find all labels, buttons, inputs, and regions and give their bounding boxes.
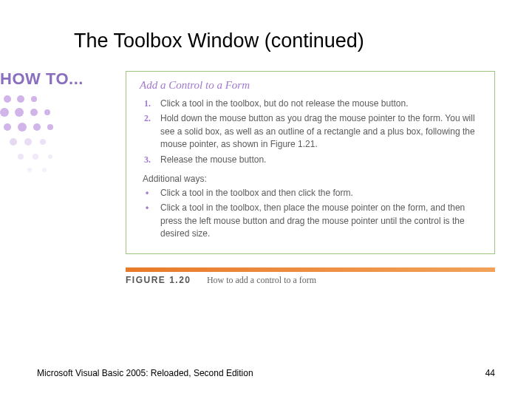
svg-point-13 [40, 139, 46, 145]
steps-list: Click a tool in the toolbox, but do not … [144, 98, 481, 166]
slide-title: The Toolbox Window (continued) [74, 30, 495, 52]
bullets-list: Click a tool in the toolbox and then cli… [144, 187, 481, 241]
howto-panel-wrap: HOW TO... Add a Control to a Form Click … [30, 71, 495, 286]
svg-point-18 [42, 168, 47, 172]
figure-bar: FIGURE 1.20 How to add a control to a fo… [126, 267, 495, 286]
step-item: Release the mouse button. [144, 154, 481, 166]
svg-point-17 [27, 168, 32, 172]
page-number: 44 [485, 368, 495, 378]
svg-point-6 [44, 109, 50, 115]
figure-line: FIGURE 1.20 How to add a control to a fo… [126, 275, 495, 286]
bullet-item: Click a tool in the toolbox, then place … [144, 202, 481, 240]
figure-label: FIGURE 1.20 [126, 275, 191, 285]
howto-label: HOW TO... [0, 69, 129, 89]
step-item: Hold down the mouse button as you drag t… [144, 112, 481, 151]
svg-point-14 [18, 154, 24, 160]
svg-point-15 [33, 154, 38, 160]
figure-caption: How to add a control to a form [207, 275, 316, 285]
svg-point-10 [47, 124, 53, 130]
svg-point-0 [4, 95, 11, 103]
footer-text: Microsoft Visual Basic 2005: Reloaded, S… [37, 368, 253, 378]
svg-point-4 [15, 108, 24, 117]
svg-point-11 [10, 138, 17, 146]
svg-point-7 [4, 123, 11, 131]
figure-divider [126, 267, 495, 272]
svg-point-16 [48, 154, 52, 159]
svg-point-8 [18, 123, 27, 132]
additional-ways-label: Additional ways: [143, 174, 481, 184]
slide-footer: Microsoft Visual Basic 2005: Reloaded, S… [37, 368, 495, 378]
svg-point-5 [30, 109, 38, 116]
howto-panel: Add a Control to a Form Click a tool in … [126, 71, 495, 254]
svg-point-12 [24, 138, 32, 146]
svg-point-3 [0, 108, 9, 117]
decorative-dots [0, 93, 118, 182]
svg-point-1 [17, 95, 24, 103]
svg-point-2 [31, 96, 37, 102]
svg-point-9 [33, 123, 41, 131]
bullet-item: Click a tool in the toolbox and then cli… [144, 187, 481, 200]
step-item: Click a tool in the toolbox, but do not … [144, 98, 481, 110]
panel-title: Add a Control to a Form [140, 79, 481, 92]
